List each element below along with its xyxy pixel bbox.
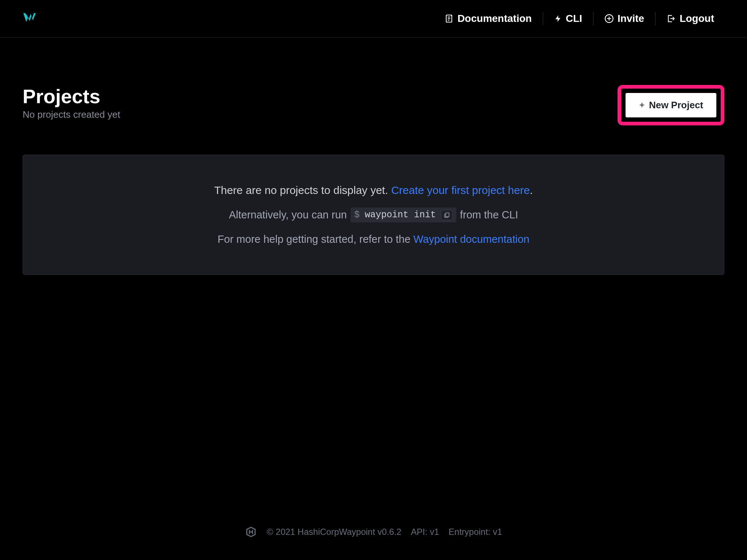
empty-state-line1-prefix: There are no projects to display yet. — [214, 184, 391, 196]
empty-state-line3-prefix: For more help getting started, refer to … — [218, 233, 414, 245]
empty-state-line1: There are no projects to display yet. Cr… — [38, 184, 709, 197]
nav-invite[interactable]: Invite — [593, 13, 655, 24]
empty-state-line1-suffix: . — [530, 184, 533, 196]
footer-copyright: © 2021 HashiCorpWaypoint v0.6.2 — [267, 527, 401, 537]
new-project-label: New Project — [649, 100, 703, 111]
title-group: Projects No projects created yet — [23, 85, 120, 120]
logout-icon — [666, 14, 676, 23]
copy-button[interactable] — [441, 210, 453, 220]
header: Documentation CLI Invite — [0, 0, 747, 38]
new-project-button[interactable]: New Project — [626, 93, 716, 117]
footer-entrypoint: Entrypoint: v1 — [449, 527, 502, 537]
empty-state-line2-prefix: Alternatively, you can run — [229, 209, 347, 221]
plus-circle-icon — [604, 14, 614, 23]
new-project-highlight: New Project — [618, 85, 724, 125]
footer-api: API: v1 — [411, 527, 439, 537]
waypoint-docs-link[interactable]: Waypoint documentation — [413, 233, 529, 245]
footer: © 2021 HashiCorpWaypoint v0.6.2 API: v1 … — [0, 526, 747, 538]
nav-logout[interactable]: Logout — [655, 13, 725, 24]
clipboard-icon — [444, 212, 450, 218]
svg-rect-9 — [446, 213, 449, 217]
bolt-icon — [554, 14, 562, 23]
top-nav: Documentation CLI Invite — [433, 12, 725, 25]
code-command: waypoint init — [365, 210, 436, 220]
empty-state-line2: Alternatively, you can run $ waypoint in… — [38, 207, 709, 222]
plus-icon — [639, 100, 645, 111]
code-prompt: $ — [354, 210, 360, 220]
nav-cli[interactable]: CLI — [543, 13, 593, 24]
nav-documentation[interactable]: Documentation — [433, 13, 543, 24]
hashicorp-logo-icon — [245, 526, 257, 538]
nav-documentation-label: Documentation — [457, 13, 532, 24]
page-header: Projects No projects created yet New Pro… — [23, 85, 724, 125]
empty-state-panel: There are no projects to display yet. Cr… — [23, 155, 724, 275]
nav-invite-label: Invite — [618, 13, 644, 24]
page-title: Projects — [23, 85, 120, 108]
empty-state-line3: For more help getting started, refer to … — [38, 233, 709, 245]
page-subtitle: No projects created yet — [23, 109, 120, 120]
nav-logout-label: Logout — [680, 13, 714, 24]
main-content: Projects No projects created yet New Pro… — [0, 38, 747, 275]
empty-state-line2-suffix: from the CLI — [460, 209, 518, 221]
nav-cli-label: CLI — [566, 13, 582, 24]
document-icon — [444, 14, 454, 23]
waypoint-logo[interactable] — [22, 11, 37, 26]
code-snippet: $ waypoint init — [351, 207, 456, 222]
waypoint-logo-icon — [22, 11, 37, 26]
create-first-project-link[interactable]: Create your first project here — [391, 184, 530, 196]
